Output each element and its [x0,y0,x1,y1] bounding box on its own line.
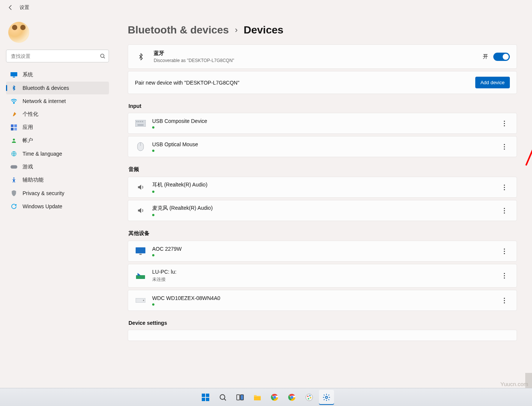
speaker-icon [135,183,146,192]
sidebar-item-label: 辅助功能 [23,177,44,183]
section-settings-title: Device settings [128,320,517,326]
device-more-button[interactable] [499,118,510,129]
device-name: WDC WD10EZEX-08WN4A0 [152,295,220,301]
svg-line-25 [526,86,532,165]
svg-rect-10 [11,165,17,169]
device-row[interactable]: WDC WD10EZEX-08WN4A0 [128,290,517,311]
drive-icon [135,296,146,305]
search-wrap [6,50,109,62]
device-more-button[interactable] [499,141,510,152]
main-content: Bluetooth & devices › Devices 蓝牙 Discove… [113,15,532,391]
sidebar-item-label: 系统 [23,71,33,78]
taskbar-explorer[interactable] [250,390,265,405]
device-row[interactable]: 麦克风 (Realtek(R) Audio) [128,200,517,221]
sidebar-item-globe[interactable]: Time & language [6,147,109,160]
account-header[interactable] [5,20,110,50]
sidebar-item-update[interactable]: Windows Update [6,200,109,213]
avatar [8,22,29,43]
svg-point-8 [13,139,15,141]
display-icon [135,247,146,256]
device-row[interactable]: USB Optical Mouse [128,136,517,157]
back-button[interactable] [5,2,16,13]
sidebar-item-person[interactable]: 帐户 [6,134,109,147]
svg-rect-1 [11,72,17,76]
keyboard-icon [135,119,146,128]
titlebar: 设置 [0,0,532,15]
sidebar-item-access[interactable]: 辅助功能 [6,174,109,186]
chevron-right-icon: › [235,25,237,35]
taskbar-start[interactable] [198,390,213,405]
shield-icon [11,190,17,197]
sidebar-item-label: 游戏 [23,164,33,170]
status-dot [152,254,154,256]
add-device-button[interactable]: Add device [475,77,510,88]
svg-rect-13 [136,121,138,122]
device-row[interactable]: 耳机 (Realtek(R) Audio) [128,177,517,198]
status-dot [152,214,154,216]
taskbar-chrome-2[interactable] [284,390,299,405]
sidebar-item-label: Time & language [23,151,62,157]
svg-rect-5 [14,124,17,127]
person-icon [11,137,17,144]
device-name: USB Optical Mouse [152,141,198,147]
svg-rect-28 [202,398,205,401]
taskbar-search[interactable] [215,390,230,405]
sidebar-item-wifi[interactable]: Network & internet [6,95,109,108]
sidebar-item-bluetooth[interactable]: Bluetooth & devices [6,82,109,94]
device-more-button[interactable] [499,245,510,257]
window-title: 设置 [20,4,29,11]
device-sub: 未连接 [152,276,177,283]
sidebar-item-label: 帐户 [23,137,33,144]
back-arrow-icon [7,4,14,11]
sidebar-item-label: 应用 [23,124,33,131]
bluetooth-title: 蓝牙 [154,50,234,57]
device-more-button[interactable] [499,182,510,193]
taskbar-paint[interactable] [302,390,317,405]
sidebar-item-label: Bluetooth & devices [23,85,69,91]
device-more-button[interactable] [499,295,510,306]
sidebar-item-monitor[interactable]: 系统 [6,68,109,81]
svg-point-43 [325,396,328,398]
svg-point-39 [307,395,309,397]
bluetooth-card: 蓝牙 Discoverable as "DESKTOP-L7G8CQN" 开 [128,44,517,69]
taskbar-settings[interactable] [319,390,334,405]
device-more-button[interactable] [499,205,510,216]
brush-icon [11,111,17,118]
breadcrumb-parent[interactable]: Bluetooth & devices [128,24,229,36]
svg-point-35 [273,396,276,398]
search-input[interactable] [6,50,109,62]
device-row[interactable]: LU-PC: lu: 未连接 [128,264,517,288]
section-input-title: Input [128,103,517,109]
device-row[interactable]: USB Composite Device [128,113,517,134]
device-more-button[interactable] [499,270,510,282]
bluetooth-toggle[interactable] [493,53,510,61]
device-row[interactable]: AOC 2279W [128,241,517,262]
device-name: 麦克风 (Realtek(R) Audio) [152,205,213,212]
svg-rect-4 [11,124,14,127]
svg-point-24 [143,300,144,301]
search-icon [99,53,106,59]
breadcrumb: Bluetooth & devices › Devices [128,24,517,36]
svg-rect-32 [240,395,243,400]
svg-rect-29 [206,398,209,401]
section-other-title: 其他设备 [128,230,517,237]
taskbar-taskview[interactable] [233,390,248,405]
sidebar-item-gamepad[interactable]: 游戏 [6,161,109,173]
bluetooth-subtext: Discoverable as "DESKTOP-L7G8CQN" [154,58,234,63]
svg-rect-33 [254,397,261,400]
svg-rect-14 [138,121,139,122]
taskbar-chrome-1[interactable] [267,390,282,405]
svg-rect-27 [206,394,209,397]
sidebar-item-apps[interactable]: 应用 [6,121,109,134]
device-name: USB Composite Device [152,118,207,124]
sidebar-item-shield[interactable]: Privacy & security [6,187,109,200]
watermark: Yuucn.com [500,381,528,387]
svg-point-11 [13,177,14,179]
mouse-icon [135,142,146,151]
device-settings-card[interactable] [128,330,517,341]
sidebar-item-brush[interactable]: 个性化 [6,108,109,121]
sidebar-item-label: Windows Update [23,203,62,209]
section-audio-title: 音频 [128,166,517,173]
sidebar-item-label: 个性化 [23,111,38,118]
svg-point-38 [306,394,313,400]
